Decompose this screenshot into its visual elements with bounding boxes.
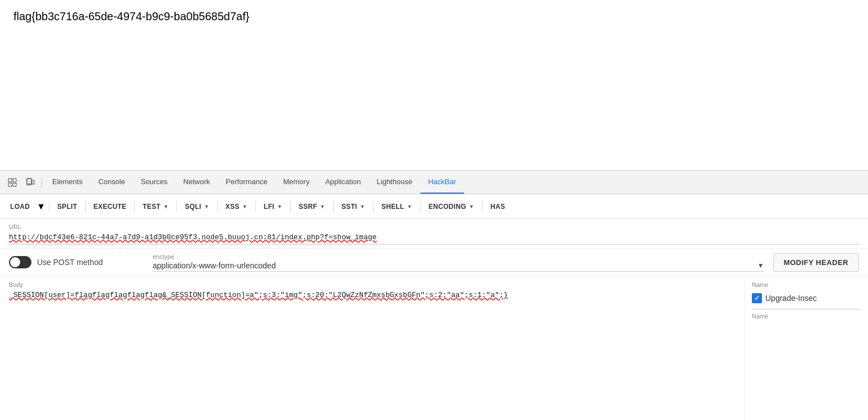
tab-separator	[42, 177, 42, 188]
tab-bar: Elements Console Sources Network Perform…	[0, 171, 868, 194]
svg-rect-0	[8, 179, 12, 182]
post-method-label: Use POST method	[37, 258, 103, 267]
enctype-value[interactable]: application/x-www-form-urlencoded	[153, 261, 754, 270]
split-button[interactable]: SPLIT	[53, 200, 82, 213]
has-button[interactable]: HAS	[486, 200, 509, 213]
enctype-label: enctype	[153, 253, 764, 260]
body-value[interactable]: _SESSION[user]=flagflagflagflagflag&_SES…	[9, 290, 736, 302]
toolbar-sep-4	[176, 201, 177, 212]
upgrade-insec-value: Upgrade-Insec	[765, 294, 817, 303]
enctype-caret-icon[interactable]: ▼	[757, 262, 764, 270]
hackbar-content: LOAD ▼ SPLIT EXECUTE TEST ▼ SQLI ▼	[0, 194, 868, 420]
toolbar-sep-11	[482, 201, 483, 212]
tab-performance[interactable]: Performance	[218, 171, 275, 194]
toolbar-sep-6	[255, 201, 256, 212]
tab-application[interactable]: Application	[318, 171, 369, 194]
encoding-button[interactable]: ENCODING ▼	[424, 200, 479, 213]
body-section: Body _SESSION[user]=flagflagflagflagflag…	[0, 277, 868, 421]
page-content: flag{bb3c716a-65de-4974-b9c9-ba0b5685d7a…	[0, 0, 868, 171]
tab-elements[interactable]: Elements	[44, 171, 90, 194]
tab-console[interactable]: Console	[90, 171, 133, 194]
inspect-element-icon[interactable]	[3, 174, 21, 191]
lfi-button[interactable]: LFI ▼	[259, 200, 287, 213]
modify-header-button[interactable]: MODIFY HEADER	[773, 253, 859, 272]
test-button[interactable]: TEST ▼	[138, 200, 173, 213]
tab-memory[interactable]: Memory	[275, 171, 318, 194]
body-left: Body _SESSION[user]=flagflagflagflagflag…	[0, 277, 745, 421]
toolbar-sep-1	[49, 201, 49, 212]
post-method-toggle-wrap: Use POST method	[9, 256, 144, 268]
hackbar-toolbar: LOAD ▼ SPLIT EXECUTE TEST ▼ SQLI ▼	[0, 194, 868, 219]
tab-hackbar[interactable]: HackBar	[420, 171, 464, 194]
svg-rect-5	[32, 180, 34, 184]
load-caret[interactable]: ▼	[36, 202, 45, 212]
toolbar-sep-9	[373, 201, 374, 212]
tab-sources[interactable]: Sources	[133, 171, 176, 194]
post-section: Use POST method enctype application/x-ww…	[0, 249, 868, 277]
toolbar-sep-10	[420, 201, 421, 212]
url-section: URL http://bdcf43e6-821c-44a7-a7d9-a1d3b…	[0, 219, 868, 249]
upgrade-insec-checkbox[interactable]	[752, 293, 762, 303]
sqli-button[interactable]: SQLI ▼	[180, 200, 213, 213]
post-method-toggle[interactable]	[9, 256, 31, 268]
xss-button[interactable]: XSS ▼	[221, 200, 252, 213]
shell-button[interactable]: SHELL ▼	[377, 200, 417, 213]
ssrf-button[interactable]: SSRF ▼	[294, 200, 329, 213]
toolbar-sep-8	[333, 201, 334, 212]
name-label-1: Name	[752, 281, 861, 288]
url-label: URL	[9, 223, 859, 230]
svg-rect-3	[13, 183, 16, 186]
toolbar-sep-5	[217, 201, 218, 212]
tab-network[interactable]: Network	[176, 171, 218, 194]
body-right: Name Upgrade-Insec Name	[745, 277, 868, 421]
ssti-button[interactable]: SSTI ▼	[337, 200, 370, 213]
url-value[interactable]: http://bdcf43e6-821c-44a7-a7d9-a1d3b0ce9…	[9, 232, 859, 245]
execute-button[interactable]: EXECUTE	[89, 200, 131, 213]
body-label: Body	[9, 281, 736, 288]
name-label-2: Name	[752, 313, 861, 319]
svg-rect-1	[13, 179, 16, 182]
toolbar-sep-2	[85, 201, 86, 212]
load-button[interactable]: LOAD	[6, 200, 34, 213]
devtools-panel: Elements Console Sources Network Perform…	[0, 170, 868, 420]
name-row-1: Upgrade-Insec	[752, 293, 861, 303]
svg-rect-2	[8, 183, 12, 186]
device-toolbar-icon[interactable]	[21, 174, 39, 191]
toolbar-sep-3	[134, 201, 135, 212]
enctype-wrap: enctype application/x-www-form-urlencode…	[144, 253, 773, 272]
flag-text: flag{bb3c716a-65de-4974-b9c9-ba0b5685d7a…	[13, 10, 249, 22]
enctype-select-row: application/x-www-form-urlencoded ▼	[153, 261, 764, 270]
tab-lighthouse[interactable]: Lighthouse	[369, 171, 420, 194]
toolbar-sep-7	[290, 201, 291, 212]
